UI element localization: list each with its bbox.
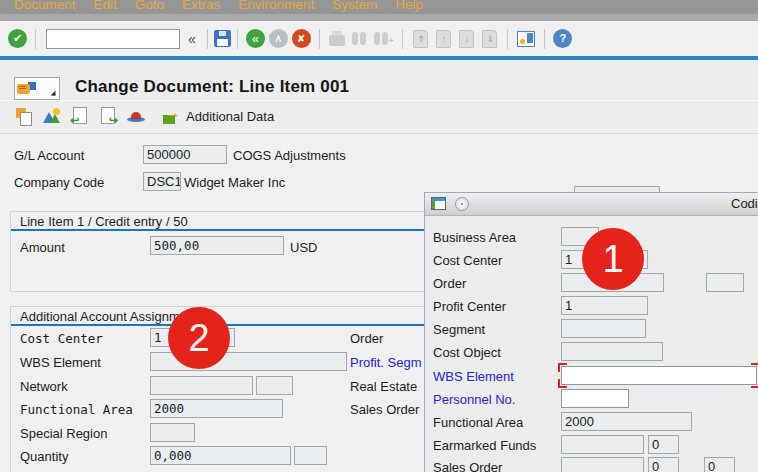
- popup-segment-label: Segment: [433, 322, 485, 337]
- dialog-title: Codi: [731, 196, 758, 211]
- line-item-groupbox-title: Line Item 1 / Credit entry / 50: [20, 214, 188, 229]
- amount-label: Amount: [20, 240, 65, 255]
- separator: [507, 29, 508, 49]
- first-page-icon: ⇑: [413, 30, 428, 48]
- services-icon: [17, 84, 30, 94]
- quantity-field: 0,000: [150, 446, 291, 465]
- last-page-icon: ⇓: [482, 30, 497, 48]
- hairline: [0, 100, 758, 101]
- popup-business-area-label: Business Area: [433, 230, 516, 245]
- separator: [402, 29, 403, 49]
- separator: [207, 29, 208, 49]
- popup-segment-field: [561, 319, 646, 338]
- page-title: Change Document: Line Item 001: [75, 77, 349, 97]
- dialog-window-icon: [431, 197, 446, 210]
- menu-edit[interactable]: Edit: [85, 0, 126, 13]
- command-input[interactable]: [46, 29, 180, 49]
- popup-sales-order-sched-field: 0: [704, 457, 735, 472]
- gui-services-button[interactable]: [14, 77, 60, 100]
- cancel-icon[interactable]: ✘: [292, 29, 311, 48]
- help-icon[interactable]: ?: [553, 29, 572, 48]
- popup-personnel-no-label: Personnel No.: [433, 392, 515, 407]
- additional-data-label: Additional Data: [186, 109, 274, 124]
- special-region-label: Special Region: [20, 426, 107, 441]
- special-region-field: [150, 423, 195, 442]
- sales-order-label: Sales Order: [350, 402, 419, 417]
- annotation-badge-1: 1: [582, 228, 644, 290]
- find-next-icon: +: [373, 32, 394, 45]
- company-code-field: DSC1: [143, 172, 181, 191]
- popup-cost-center-label: Cost Center: [433, 253, 502, 268]
- previous-item-icon[interactable]: ↩: [70, 106, 90, 126]
- cost-center-label: Cost Center: [20, 331, 103, 346]
- popup-sales-order-label: Sales Order: [433, 460, 502, 472]
- menu-system[interactable]: System: [323, 0, 386, 13]
- back-icon[interactable]: «: [246, 29, 265, 48]
- popup-profit-center-field: 1: [561, 296, 648, 315]
- standard-toolbar: ✔ « « ∧ ✘ + ⇑ ↑ ↓ ⇓ ?: [0, 21, 758, 56]
- separator: [319, 29, 320, 49]
- popup-cost-object-field: [561, 342, 663, 361]
- page-up-icon: ↑: [436, 30, 451, 48]
- menu-bar: Document Edit Goto Extras Environment Sy…: [0, 0, 758, 21]
- quantity-label: Quantity: [20, 449, 68, 464]
- menu-environment[interactable]: Environment: [229, 0, 323, 13]
- additional-data-icon: →: [162, 106, 182, 126]
- coding-block-dialog: Codi Business Area Cost Center 1 Order P…: [424, 192, 758, 472]
- dialog-pin-button[interactable]: [455, 197, 469, 211]
- collapse-command-button[interactable]: «: [183, 31, 201, 47]
- gl-account-field: 500000: [143, 145, 227, 164]
- sap-change-document-screen: { "menubar": { "items": ["Document", "Ed…: [0, 0, 758, 472]
- annotation-badge-2: 2: [168, 307, 230, 369]
- real-estate-label: Real Estate: [350, 379, 417, 394]
- gl-account-description: COGS Adjustments: [233, 148, 346, 163]
- functional-area-field: 2000: [150, 399, 283, 418]
- popup-functional-area-field: 2000: [561, 412, 692, 431]
- popup-earmarked-funds-label: Earmarked Funds: [433, 438, 536, 453]
- wbs-element-label: WBS Element: [20, 355, 101, 370]
- popup-sales-order-item-field: 0: [648, 457, 679, 472]
- network-field: [150, 376, 253, 395]
- menu-extras[interactable]: Extras: [173, 0, 229, 13]
- order-label: Order: [350, 331, 383, 346]
- popup-sales-order-field: [561, 457, 644, 472]
- display-change-icon[interactable]: [14, 106, 34, 126]
- quantity-unit-field: [294, 446, 327, 465]
- find-icon: [351, 32, 367, 45]
- popup-order-label: Order: [433, 276, 466, 291]
- next-item-icon[interactable]: ↪: [98, 106, 118, 126]
- additional-data-button[interactable]: → Additional Data: [162, 106, 274, 126]
- focus-corner-markers: [558, 363, 758, 388]
- enter-icon[interactable]: ✔: [8, 29, 27, 48]
- company-code-label: Company Code: [14, 175, 104, 190]
- exit-icon[interactable]: ∧: [269, 29, 288, 48]
- popup-functional-area-label: Functional Area: [433, 415, 523, 430]
- popup-cost-object-label: Cost Object: [433, 345, 501, 360]
- company-code-description: Widget Maker Inc: [184, 175, 285, 190]
- overview-icon[interactable]: [42, 106, 62, 126]
- dialog-titlebar[interactable]: Codi: [425, 193, 758, 216]
- popup-earmarked-funds-item-field: 0: [648, 435, 679, 454]
- currency-label: USD: [290, 240, 317, 255]
- network-activity-field: [256, 376, 293, 395]
- network-label: Network: [20, 379, 68, 394]
- popup-personnel-no-input[interactable]: [561, 389, 629, 408]
- profit-segment-link[interactable]: Profit. Segm: [350, 355, 422, 370]
- popup-order-extra-field: [706, 273, 744, 292]
- print-icon: [329, 35, 345, 46]
- application-toolbar: ↩ ↪ → Additional Data: [14, 106, 274, 126]
- menu-goto[interactable]: Goto: [126, 0, 173, 13]
- separator: [35, 29, 36, 49]
- amount-field: 500,00: [150, 236, 284, 255]
- save-icon[interactable]: [214, 30, 231, 47]
- menu-help[interactable]: Help: [386, 0, 432, 13]
- new-session-icon[interactable]: [517, 31, 535, 47]
- page-down-icon: ↓: [459, 30, 474, 48]
- gl-account-label: G/L Account: [14, 148, 84, 163]
- popup-earmarked-funds-field: [561, 435, 644, 454]
- separator: [544, 29, 545, 49]
- menu-document[interactable]: Document: [5, 0, 85, 13]
- dropdown-arrow-icon: [51, 90, 56, 95]
- fast-data-entry-icon[interactable]: [126, 106, 146, 126]
- popup-profit-center-label: Profit Center: [433, 299, 506, 314]
